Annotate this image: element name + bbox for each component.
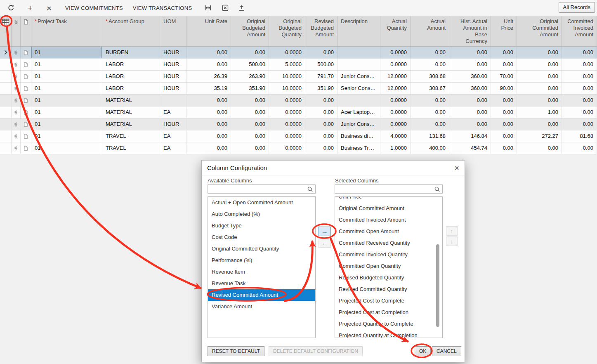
move-up-button[interactable]: ↑ bbox=[446, 226, 458, 236]
column-header-original_committed_amount[interactable]: Original Committed Amount bbox=[517, 16, 562, 46]
grid-cell[interactable]: 0.00 bbox=[186, 142, 231, 154]
grid-cell[interactable]: 131.68 bbox=[411, 130, 449, 142]
grid-cell[interactable] bbox=[0, 47, 12, 58]
grid-cell[interactable]: 0.00 bbox=[186, 47, 231, 58]
list-item[interactable]: Committed Open Amount bbox=[335, 226, 442, 237]
grid-cell[interactable]: 0.00 bbox=[186, 130, 231, 142]
list-item[interactable]: Original Committed Amount bbox=[335, 203, 442, 214]
grid-cell[interactable]: 0.00 bbox=[517, 83, 562, 94]
grid-cell[interactable]: 0.00 bbox=[449, 106, 491, 118]
grid-cell[interactable]: 0.00 bbox=[517, 142, 562, 154]
grid-cell[interactable]: BURDEN bbox=[102, 47, 160, 58]
cancel-row-button[interactable]: × bbox=[44, 2, 54, 14]
grid-cell[interactable] bbox=[12, 95, 21, 106]
grid-cell[interactable]: 0.00 bbox=[491, 95, 517, 106]
grid-cell[interactable]: 454.74 bbox=[449, 142, 491, 154]
grid-cell[interactable]: HOUR bbox=[160, 71, 186, 82]
column-configuration-button[interactable] bbox=[0, 16, 12, 46]
grid-cell[interactable]: 1.00 bbox=[517, 106, 562, 118]
grid-cell[interactable]: 0.00 bbox=[231, 118, 269, 130]
grid-cell[interactable] bbox=[12, 47, 21, 58]
list-item[interactable]: Revenue Task bbox=[208, 278, 315, 289]
grid-cell[interactable]: 01 bbox=[31, 118, 102, 130]
grid-cell[interactable]: 0.00 bbox=[411, 47, 449, 58]
list-item[interactable]: Committed Invoiced Quantity bbox=[335, 249, 442, 260]
grid-cell[interactable]: Business di… bbox=[337, 130, 380, 142]
grid-cell[interactable]: 0.00 bbox=[305, 118, 337, 130]
grid-cell[interactable]: 0.00 bbox=[491, 130, 517, 142]
grid-cell[interactable] bbox=[12, 59, 21, 70]
list-item[interactable]: Variance Amount bbox=[208, 301, 315, 312]
grid-cell[interactable]: 308.68 bbox=[411, 71, 449, 82]
move-right-button[interactable]: → bbox=[319, 227, 331, 236]
grid-cell[interactable]: 90.00 bbox=[491, 83, 517, 94]
grid-cell[interactable]: 146.84 bbox=[449, 130, 491, 142]
grid-cell[interactable]: 70.00 bbox=[491, 71, 517, 82]
scrollbar-thumb[interactable] bbox=[436, 244, 439, 327]
grid-cell[interactable]: 0.0000 bbox=[269, 106, 305, 118]
list-item[interactable]: Performance (%) bbox=[208, 255, 315, 266]
grid-cell[interactable]: 0.0000 bbox=[380, 95, 411, 106]
grid-cell[interactable]: LABOR bbox=[102, 59, 160, 70]
grid-cell[interactable]: 500.00 bbox=[305, 59, 337, 70]
grid-cell[interactable]: 400.00 bbox=[411, 142, 449, 154]
grid-cell[interactable] bbox=[21, 118, 31, 130]
all-records-button[interactable]: All Records bbox=[559, 2, 595, 13]
column-header-hist_actual_amount_in_base_currency[interactable]: Hist. Actual Amount in Base Currency bbox=[449, 16, 491, 46]
grid-cell[interactable] bbox=[12, 142, 21, 154]
grid-cell[interactable]: HOUR bbox=[160, 118, 186, 130]
grid-cell[interactable]: EA bbox=[160, 106, 186, 118]
grid-cell[interactable]: 360.00 bbox=[449, 71, 491, 82]
grid-cell[interactable]: 0.00 bbox=[411, 106, 449, 118]
list-item[interactable]: Budget Type bbox=[208, 220, 315, 232]
grid-cell[interactable]: 500.00 bbox=[231, 59, 269, 70]
grid-cell[interactable]: 4.0000 bbox=[380, 130, 411, 142]
list-item[interactable]: Original Committed Quantity bbox=[208, 243, 315, 255]
grid-cell[interactable]: TRAVEL bbox=[102, 130, 160, 142]
grid-cell[interactable]: MATERIAL bbox=[102, 95, 160, 106]
grid-cell[interactable]: 0.0000 bbox=[380, 106, 411, 118]
grid-cell[interactable]: 0.00 bbox=[305, 47, 337, 58]
grid-cell[interactable]: Senior Cons… bbox=[337, 83, 380, 94]
view-commitments-button[interactable]: VIEW COMMITMENTS bbox=[62, 2, 126, 14]
grid-cell[interactable]: 01 bbox=[31, 47, 102, 58]
list-item[interactable]: Committed Received Quantity bbox=[335, 237, 442, 249]
column-header-project_task[interactable]: *Project Task bbox=[31, 16, 102, 46]
grid-cell[interactable] bbox=[0, 118, 12, 130]
grid-cell[interactable] bbox=[21, 95, 31, 106]
column-header-revised_budgeted_amount[interactable]: Revised Budgeted Amount bbox=[305, 16, 337, 46]
grid-cell[interactable]: 0.00 bbox=[562, 142, 597, 154]
grid-cell[interactable]: Junior Cons… bbox=[337, 118, 380, 130]
list-item[interactable]: Unit Price bbox=[335, 196, 442, 203]
grid-cell[interactable]: 791.70 bbox=[305, 71, 337, 82]
grid-cell[interactable]: 0.00 bbox=[231, 106, 269, 118]
grid-cell[interactable]: 0.00 bbox=[305, 106, 337, 118]
list-item[interactable]: Revised Committed Amount bbox=[208, 289, 315, 301]
grid-cell[interactable]: 5.0000 bbox=[269, 59, 305, 70]
grid-cell[interactable]: 0.00 bbox=[562, 118, 597, 130]
grid-cell[interactable]: LABOR bbox=[102, 71, 160, 82]
cancel-button[interactable]: CANCEL bbox=[432, 346, 461, 356]
reset-to-default-button[interactable]: RESET TO DEFAULT bbox=[208, 346, 264, 356]
grid-cell[interactable]: 01 bbox=[31, 142, 102, 154]
grid-cell[interactable]: 360.00 bbox=[449, 83, 491, 94]
grid-cell[interactable] bbox=[21, 142, 31, 154]
grid-cell[interactable]: 0.00 bbox=[491, 142, 517, 154]
add-row-button[interactable]: + bbox=[25, 2, 35, 14]
grid-cell[interactable] bbox=[12, 106, 21, 118]
export-to-excel-button[interactable] bbox=[220, 2, 231, 14]
table-row[interactable]: 01TRAVELEA0.000.000.00000.00Business di…… bbox=[0, 130, 597, 142]
grid-cell[interactable] bbox=[160, 95, 186, 106]
grid-cell[interactable]: 10.0000 bbox=[269, 83, 305, 94]
grid-cell[interactable]: 351.90 bbox=[305, 83, 337, 94]
move-down-button[interactable]: ↓ bbox=[446, 236, 458, 246]
grid-cell[interactable] bbox=[21, 130, 31, 142]
list-item[interactable]: Committed Open Quantity bbox=[335, 260, 442, 272]
list-item[interactable]: Committed Invoiced Amount bbox=[335, 214, 442, 226]
grid-cell[interactable]: 0.00 bbox=[186, 106, 231, 118]
column-header-uom[interactable]: UOM bbox=[160, 16, 186, 46]
grid-cell[interactable]: 01 bbox=[31, 71, 102, 82]
grid-cell[interactable]: 263.90 bbox=[231, 71, 269, 82]
grid-cell[interactable]: 1.0000 bbox=[380, 142, 411, 154]
grid-cell[interactable]: 0.00 bbox=[305, 142, 337, 154]
